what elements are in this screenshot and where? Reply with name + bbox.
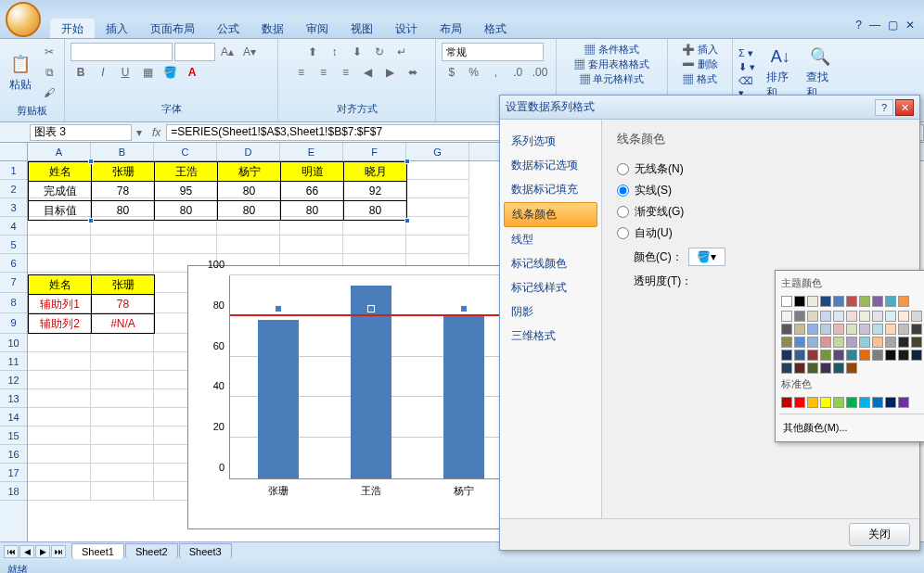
tab-view[interactable]: 视图	[340, 19, 384, 38]
color-swatch[interactable]	[872, 337, 883, 348]
cell[interactable]: 辅助列2	[29, 314, 92, 334]
color-swatch[interactable]	[781, 311, 792, 322]
cell[interactable]: 晓月	[344, 162, 407, 182]
row-header[interactable]: 2	[0, 180, 27, 198]
color-swatch[interactable]	[859, 296, 870, 307]
cell[interactable]: 80	[344, 201, 407, 221]
row-header[interactable]: 16	[0, 445, 27, 464]
color-swatch[interactable]	[820, 324, 831, 335]
row-header[interactable]: 6	[0, 254, 27, 273]
color-swatch[interactable]	[846, 337, 857, 348]
color-swatch[interactable]	[846, 350, 857, 361]
color-swatch[interactable]	[820, 296, 831, 307]
tab-design[interactable]: 设计	[384, 19, 429, 38]
tab-insert[interactable]: 插入	[95, 19, 139, 38]
cell[interactable]: 78	[92, 295, 155, 314]
insert-cells-button[interactable]: ➕ 插入	[682, 43, 718, 57]
color-swatch[interactable]	[820, 311, 831, 322]
cell[interactable]: 目标值	[29, 201, 92, 221]
color-swatch[interactable]	[833, 337, 844, 348]
row-header[interactable]: 12	[0, 371, 27, 389]
row-header[interactable]: 1	[0, 161, 27, 180]
color-swatch[interactable]	[846, 324, 857, 335]
color-dropdown-button[interactable]: 🪣▾	[688, 248, 725, 266]
color-swatch[interactable]	[898, 324, 909, 335]
fill-color-button[interactable]: 🪣	[160, 63, 180, 82]
nav-series-options[interactable]: 系列选项	[504, 130, 597, 153]
color-swatch[interactable]	[833, 397, 844, 408]
color-swatch[interactable]	[872, 350, 883, 361]
comma-button[interactable]: ,	[486, 63, 507, 82]
color-swatch[interactable]	[846, 363, 857, 374]
color-swatch[interactable]	[807, 296, 818, 307]
cell[interactable]: 80	[218, 201, 281, 221]
nav-3d-format[interactable]: 三维格式	[504, 325, 597, 348]
color-swatch[interactable]	[833, 296, 844, 307]
color-swatch[interactable]	[885, 311, 896, 322]
color-swatch[interactable]	[846, 296, 857, 307]
fx-button[interactable]: fx	[147, 126, 166, 139]
align-bottom-button[interactable]: ⬇	[347, 43, 367, 61]
row-header[interactable]: 14	[0, 408, 27, 427]
color-swatch[interactable]	[820, 397, 831, 408]
color-swatch[interactable]	[872, 397, 883, 408]
color-swatch[interactable]	[885, 397, 896, 408]
row-header[interactable]: 11	[0, 352, 27, 371]
nav-marker-fill[interactable]: 数据标记填充	[504, 178, 597, 201]
minimize-ribbon-icon[interactable]: —	[869, 19, 880, 38]
cell[interactable]: 姓名	[29, 275, 92, 295]
color-swatch[interactable]	[911, 337, 922, 348]
row-header[interactable]: 15	[0, 427, 27, 445]
color-swatch[interactable]	[859, 337, 870, 348]
data-table-2[interactable]: 姓名 张珊 辅助列1 78 辅助列2 #N/A	[28, 274, 155, 334]
underline-button[interactable]: U	[115, 63, 135, 82]
cell[interactable]: 姓名	[29, 162, 92, 182]
decrease-font-button[interactable]: A▾	[239, 43, 260, 61]
color-swatch[interactable]	[833, 324, 844, 335]
row-header[interactable]: 13	[0, 389, 27, 408]
nav-marker-line-color[interactable]: 标记线颜色	[504, 252, 597, 275]
cell[interactable]: 张珊	[92, 162, 155, 182]
col-header[interactable]: B	[91, 143, 154, 160]
cell[interactable]: 明道	[281, 162, 344, 182]
color-swatch[interactable]	[846, 397, 857, 408]
color-swatch[interactable]	[781, 324, 792, 335]
color-swatch[interactable]	[898, 350, 909, 361]
color-swatch[interactable]	[885, 324, 896, 335]
tab-data[interactable]: 数据	[250, 19, 295, 38]
color-swatch[interactable]	[807, 363, 818, 374]
tab-format[interactable]: 格式	[473, 19, 518, 38]
copy-button[interactable]: ⧉	[39, 63, 59, 82]
col-header[interactable]: G	[406, 143, 469, 160]
color-swatch[interactable]	[781, 363, 792, 374]
color-swatch[interactable]	[833, 311, 844, 322]
nav-shadow[interactable]: 阴影	[504, 300, 597, 324]
align-right-button[interactable]: ≡	[336, 63, 356, 82]
cell-styles-button[interactable]: ▦ 单元格样式	[580, 72, 644, 86]
color-swatch[interactable]	[781, 337, 792, 348]
office-button[interactable]	[6, 2, 41, 37]
cell[interactable]: 杨宁	[218, 162, 281, 182]
cell[interactable]: 辅助列1	[29, 295, 92, 314]
radio-gradient-line[interactable]	[617, 206, 629, 218]
sheet-nav-prev[interactable]: ◀	[19, 545, 34, 558]
color-swatch[interactable]	[781, 296, 792, 307]
increase-indent-button[interactable]: ▶	[380, 63, 401, 82]
color-swatch[interactable]	[859, 397, 870, 408]
sheet-tab[interactable]: Sheet1	[71, 543, 124, 559]
select-all-corner[interactable]	[0, 143, 27, 161]
sheet-tab[interactable]: Sheet3	[179, 543, 232, 559]
chart-plot-area[interactable]: 0 20 40 60 80 100	[229, 275, 502, 479]
series-marker[interactable]	[275, 305, 282, 312]
tab-formulas[interactable]: 公式	[206, 19, 250, 38]
chart-bar[interactable]	[443, 316, 484, 478]
decrease-indent-button[interactable]: ◀	[358, 63, 379, 82]
wrap-text-button[interactable]: ↵	[391, 43, 412, 61]
align-middle-button[interactable]: ↕	[325, 43, 345, 61]
italic-button[interactable]: I	[93, 63, 113, 82]
col-header[interactable]: E	[280, 143, 343, 160]
close-icon[interactable]: ✕	[905, 19, 915, 38]
row-header[interactable]: 3	[0, 198, 27, 217]
color-swatch[interactable]	[794, 296, 805, 307]
name-box-dropdown[interactable]: ▾	[132, 126, 147, 139]
